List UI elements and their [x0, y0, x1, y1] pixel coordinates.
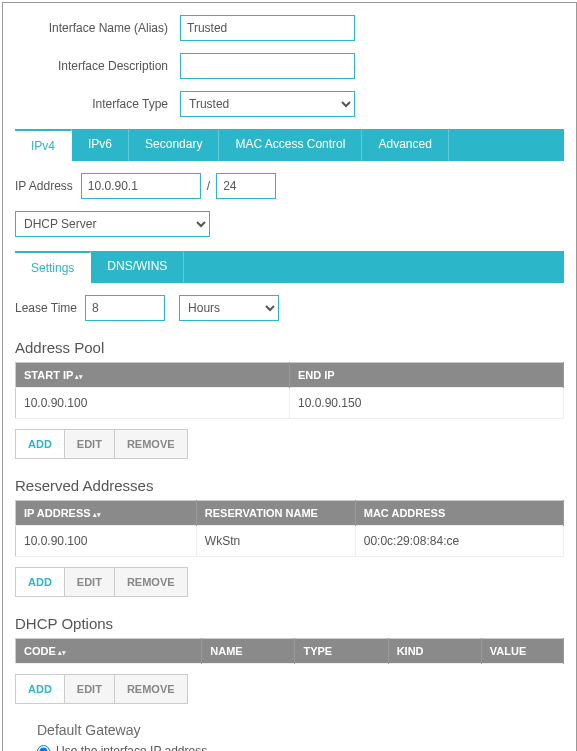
add-button[interactable]: ADD — [16, 675, 65, 703]
col-value[interactable]: Value — [481, 639, 563, 664]
input-interface-desc[interactable] — [180, 53, 355, 79]
row-ip: IP Address / — [15, 173, 564, 199]
panel: Interface Name (Alias) Interface Descrip… — [2, 2, 577, 751]
tab-settings[interactable]: Settings — [15, 251, 91, 283]
input-mask[interactable] — [216, 173, 276, 199]
table-row[interactable]: 10.0.90.100 WkStn 00:0c:29:08:84:ce — [16, 526, 564, 557]
input-lease[interactable] — [85, 295, 165, 321]
tab-ipv6[interactable]: IPv6 — [72, 129, 129, 161]
slash: / — [207, 179, 210, 193]
col-ip[interactable]: IP Address — [16, 501, 197, 526]
col-end[interactable]: End IP — [290, 363, 564, 388]
label-lease: Lease Time — [15, 301, 77, 315]
col-resname[interactable]: Reservation Name — [196, 501, 355, 526]
row-type: Interface Type Trusted — [15, 91, 564, 117]
col-start[interactable]: Start IP — [16, 363, 290, 388]
col-type[interactable]: Type — [295, 639, 388, 664]
tab-mac[interactable]: MAC Access Control — [219, 129, 362, 161]
cell-end: 10.0.90.150 — [290, 388, 564, 419]
edit-button[interactable]: EDIT — [65, 430, 115, 458]
row-desc: Interface Description — [15, 53, 564, 79]
title-gateway: Default Gateway — [37, 722, 564, 738]
label-type: Interface Type — [15, 97, 180, 111]
options-buttons: ADD EDIT REMOVE — [15, 674, 188, 704]
title-options: DHCP Options — [15, 615, 564, 632]
row-lease: Lease Time Hours — [15, 295, 564, 321]
cell-start: 10.0.90.100 — [16, 388, 290, 419]
input-interface-name[interactable] — [180, 15, 355, 41]
select-lease-unit[interactable]: Hours — [179, 295, 279, 321]
col-mac[interactable]: MAC Address — [355, 501, 563, 526]
remove-button[interactable]: REMOVE — [115, 430, 187, 458]
tab-dnswins[interactable]: DNS/WINS — [91, 251, 184, 283]
label-desc: Interface Description — [15, 59, 180, 73]
remove-button[interactable]: REMOVE — [115, 675, 187, 703]
table-pool: Start IP End IP 10.0.90.100 10.0.90.150 — [15, 362, 564, 419]
cell-mac: 00:0c:29:08:84:ce — [355, 526, 563, 557]
label-name: Interface Name (Alias) — [15, 21, 180, 35]
pool-buttons: ADD EDIT REMOVE — [15, 429, 188, 459]
select-interface-type[interactable]: Trusted — [180, 91, 355, 117]
col-kind[interactable]: Kind — [388, 639, 481, 664]
table-reserved: IP Address Reservation Name MAC Address … — [15, 500, 564, 557]
edit-button[interactable]: EDIT — [65, 675, 115, 703]
col-code[interactable]: Code — [16, 639, 202, 664]
col-name[interactable]: Name — [202, 639, 295, 664]
remove-button[interactable]: REMOVE — [115, 568, 187, 596]
add-button[interactable]: ADD — [16, 430, 65, 458]
row-name: Interface Name (Alias) — [15, 15, 564, 41]
radio-use-interface[interactable]: Use the interface IP address — [37, 744, 564, 751]
table-header: Code Name Type Kind Value — [16, 639, 564, 664]
add-button[interactable]: ADD — [16, 568, 65, 596]
title-reserved: Reserved Addresses — [15, 477, 564, 494]
title-pool: Address Pool — [15, 339, 564, 356]
tab-advanced[interactable]: Advanced — [362, 129, 448, 161]
radio-use-interface-label: Use the interface IP address — [56, 744, 207, 751]
reserved-buttons: ADD EDIT REMOVE — [15, 567, 188, 597]
input-ip[interactable] — [81, 173, 201, 199]
tabs-dhcp: Settings DNS/WINS — [15, 251, 564, 283]
table-header: IP Address Reservation Name MAC Address — [16, 501, 564, 526]
cell-ip: 10.0.90.100 — [16, 526, 197, 557]
table-row[interactable]: 10.0.90.100 10.0.90.150 — [16, 388, 564, 419]
edit-button[interactable]: EDIT — [65, 568, 115, 596]
label-ip: IP Address — [15, 179, 73, 193]
tab-secondary[interactable]: Secondary — [129, 129, 219, 161]
select-dhcp-mode[interactable]: DHCP Server — [15, 211, 210, 237]
radio-use-interface-input[interactable] — [37, 745, 50, 752]
table-options: Code Name Type Kind Value — [15, 638, 564, 664]
tab-ipv4[interactable]: IPv4 — [15, 129, 72, 161]
table-header: Start IP End IP — [16, 363, 564, 388]
tabs-main: IPv4 IPv6 Secondary MAC Access Control A… — [15, 129, 564, 161]
cell-resname: WkStn — [196, 526, 355, 557]
